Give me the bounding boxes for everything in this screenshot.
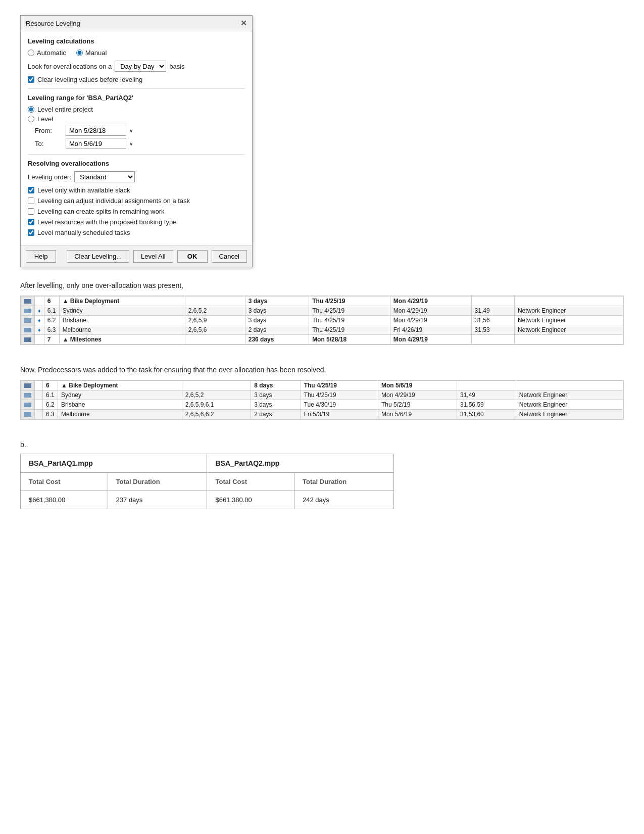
row-id: 6 <box>43 381 58 390</box>
table-row: 6.1 Sydney 2,6,5,2 3 days Thu 4/25/19 Mo… <box>21 390 623 400</box>
row-icon-cell <box>21 400 35 410</box>
row-icon-cell <box>21 381 35 390</box>
clear-leveling-row: Clear leveling values before leveling <box>28 76 245 83</box>
cb3-label: Leveling can create splits in remaining … <box>37 208 164 215</box>
table-row: 6 ▲ Bike Deployment 3 days Thu 4/25/19 M… <box>21 297 623 306</box>
from-chevron: ∨ <box>129 128 133 133</box>
clear-leveling-label: Clear leveling values before leveling <box>37 76 142 83</box>
level-entire-radio[interactable] <box>28 106 34 113</box>
row-name: ▲ Bike Deployment <box>59 297 185 306</box>
overallocation-label: Look for overallocations on a <box>28 63 112 70</box>
row-finish: Thu 5/2/19 <box>378 400 457 410</box>
left-project-title: BSA_PartAQ1.mpp <box>21 454 207 473</box>
row-predecessors: 2,6,5,9,6.1 <box>182 400 251 410</box>
cb5-checkbox[interactable] <box>28 229 34 236</box>
row-duration: 236 days <box>245 335 309 345</box>
table-row: ♦ 6.1 Sydney 2,6,5,2 3 days Thu 4/25/19 … <box>21 306 623 316</box>
cb4-label: Level resources with the proposed bookin… <box>37 218 176 226</box>
val2: 237 days <box>108 491 207 509</box>
from-row: From: ∨ <box>35 125 245 136</box>
leveling-range-header: Leveling range for 'BSA_PartAQ2' <box>28 94 245 102</box>
row-start: Thu 4/25/19 <box>309 297 390 306</box>
table-row: 7 ▲ Milestones 236 days Mon 5/28/18 Mon … <box>21 335 623 345</box>
level-range-radio[interactable] <box>28 116 34 122</box>
cb5-label: Level manually scheduled tasks <box>37 229 130 236</box>
row-predecessors <box>185 297 245 306</box>
row-name: Sydney <box>59 306 185 316</box>
manual-radio[interactable] <box>76 50 83 56</box>
table-row: 6 ▲ Bike Deployment 8 days Thu 4/25/19 M… <box>21 381 623 390</box>
row-extra: 31,56 <box>471 316 514 325</box>
level-all-button[interactable]: Level All <box>133 250 173 263</box>
level-entire-label: Level entire project <box>37 106 93 113</box>
row-start: Thu 4/25/19 <box>301 390 378 400</box>
cb1-label: Level only within available slack <box>37 186 130 194</box>
row-duration: 2 days <box>245 325 309 335</box>
row-start: Fri 5/3/19 <box>301 410 378 419</box>
row-extra: 31,49 <box>471 306 514 316</box>
row-marker <box>35 381 43 390</box>
row-marker: ♦ <box>35 306 44 316</box>
clear-leveling-checkbox[interactable] <box>28 76 34 83</box>
row-id: 7 <box>44 335 59 345</box>
row-name: Sydney <box>58 390 182 400</box>
level-range-row: Level <box>28 115 245 123</box>
dialog-titlebar: Resource Leveling ✕ <box>21 16 252 31</box>
footer-right: Clear Leveling... Level All OK Cancel <box>67 250 247 263</box>
resolving-section: Resolving overallocations Leveling order… <box>28 160 245 236</box>
cancel-button[interactable]: Cancel <box>212 250 247 263</box>
row-finish: Mon 5/6/19 <box>378 381 457 390</box>
row-id: 6.1 <box>43 390 58 400</box>
row-duration: 8 days <box>251 381 301 390</box>
col4-header: Total Duration <box>294 473 394 491</box>
row-extra: 31,53,60 <box>457 410 516 419</box>
cb4-row: Level resources with the proposed bookin… <box>28 218 245 226</box>
dialog-title: Resource Leveling <box>26 20 80 27</box>
table1: 6 ▲ Bike Deployment 3 days Thu 4/25/19 M… <box>21 296 623 345</box>
cb3-checkbox[interactable] <box>28 208 34 215</box>
prose1: After levelling, only one over-allocatio… <box>20 281 624 289</box>
overallocation-row: Look for overallocations on a Day by Day… <box>28 61 245 72</box>
leveling-order-dropdown[interactable]: Standard <box>74 171 135 182</box>
clear-leveling-button[interactable]: Clear Leveling... <box>67 250 129 263</box>
automatic-radio[interactable] <box>28 50 34 56</box>
comparison-header-row: BSA_PartAQ1.mpp BSA_PartAQ2.mpp <box>21 454 394 473</box>
row-icon-cell <box>21 297 35 306</box>
row-predecessors: 2,6,5,6,6.2 <box>182 410 251 419</box>
row-marker: ♦ <box>35 325 44 335</box>
row-start: Thu 4/25/19 <box>309 316 390 325</box>
table2: 6 ▲ Bike Deployment 8 days Thu 4/25/19 M… <box>21 380 623 419</box>
row-name: Brisbane <box>59 316 185 325</box>
row-finish: Mon 4/29/19 <box>378 390 457 400</box>
manual-radio-label[interactable]: Manual <box>76 49 107 57</box>
overallocation-basis: basis <box>169 63 184 70</box>
cb2-checkbox[interactable] <box>28 198 34 204</box>
val4: 242 days <box>294 491 394 509</box>
row-duration: 3 days <box>245 316 309 325</box>
row-id: 6.2 <box>44 316 59 325</box>
row-finish: Mon 4/29/19 <box>390 306 471 316</box>
from-input[interactable] <box>66 125 126 136</box>
row-id: 6.2 <box>43 400 58 410</box>
cb4-checkbox[interactable] <box>28 219 34 225</box>
row-icon-cell <box>21 316 35 325</box>
ok-button[interactable]: OK <box>177 250 208 263</box>
to-input[interactable] <box>66 138 126 149</box>
prose2: Now, Predecessors was added to the task … <box>20 366 624 374</box>
close-icon[interactable]: ✕ <box>240 19 247 28</box>
right-project-title: BSA_PartAQ2.mpp <box>207 454 394 473</box>
row-predecessors: 2,6,5,2 <box>185 306 245 316</box>
table2-wrap: 6 ▲ Bike Deployment 8 days Thu 4/25/19 M… <box>20 380 624 420</box>
row-icon-cell <box>21 325 35 335</box>
help-button[interactable]: Help <box>26 250 56 263</box>
row-predecessors: 2,6,5,2 <box>182 390 251 400</box>
from-label: From: <box>35 127 63 134</box>
automatic-radio-label[interactable]: Automatic <box>28 49 66 57</box>
row-predecessors: 2,6,5,9 <box>185 316 245 325</box>
row-start: Mon 5/28/18 <box>309 335 390 345</box>
day-by-day-dropdown[interactable]: Day by Day <box>115 61 166 72</box>
row-name: Melbourne <box>59 325 185 335</box>
row-duration: 3 days <box>251 400 301 410</box>
to-chevron: ∨ <box>129 141 133 146</box>
cb1-checkbox[interactable] <box>28 187 34 193</box>
